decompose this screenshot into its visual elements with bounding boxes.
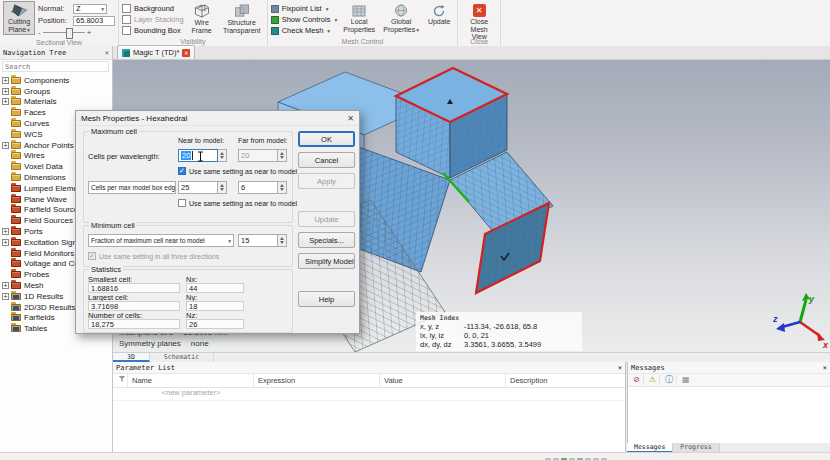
close-icon[interactable]: ✕	[105, 49, 109, 57]
max-cell-mode-select[interactable]: Cells per max model box edge	[88, 181, 176, 194]
warning-filter-icon[interactable]: ⚠	[646, 375, 660, 385]
checkbox-icon[interactable]	[122, 4, 131, 13]
slider-track[interactable]	[43, 32, 85, 33]
spin-up-icon[interactable]	[280, 184, 284, 187]
min-cell-mode-select[interactable]: Fraction of maximum cell near to model	[88, 234, 234, 247]
close-mesh-view-button[interactable]: ✕ Close Mesh View	[461, 1, 497, 35]
dialog-close-icon[interactable]: ✕	[347, 114, 354, 123]
close-icon[interactable]: ✕	[823, 364, 827, 372]
tab-schematic[interactable]: Schematic	[150, 353, 214, 362]
slider-thumb[interactable]	[66, 28, 73, 39]
error-filter-icon[interactable]: ⊘	[630, 375, 644, 385]
document-tab[interactable]: Magic T (TD)* ✕	[117, 45, 195, 59]
folder-icon	[11, 314, 21, 321]
grid-view-icon[interactable]: ▦	[679, 375, 693, 385]
spinner[interactable]	[218, 181, 227, 194]
expand-icon[interactable]: +	[2, 98, 9, 105]
cancel-button[interactable]: Cancel	[298, 152, 355, 168]
ibeam-cursor-icon	[197, 151, 204, 162]
checkbox-icon[interactable]	[122, 26, 131, 35]
fixpoint-list-button[interactable]: Fixpoint List	[271, 4, 338, 13]
input-text: 25	[181, 183, 189, 192]
expand-icon[interactable]: +	[2, 293, 9, 300]
folder-icon	[11, 152, 21, 159]
tree-item-label: Components	[24, 76, 69, 85]
spin-down-icon[interactable]	[280, 241, 284, 244]
tree-item-components[interactable]: +Components	[0, 75, 112, 86]
dropdown-arrow-icon	[415, 26, 419, 33]
expand-icon[interactable]: +	[2, 142, 9, 149]
spin-down-icon[interactable]	[220, 188, 224, 191]
specials-button[interactable]: Specials...	[298, 232, 355, 248]
view-tab-bar: 3D Schematic	[113, 352, 830, 362]
spinner[interactable]	[278, 181, 287, 194]
expand-icon[interactable]: +	[2, 77, 9, 84]
tree-item-label: 1D Results	[24, 292, 63, 301]
new-parameter-placeholder[interactable]: <new parameter>	[128, 388, 254, 397]
box-edge-near-input[interactable]: 25	[178, 181, 218, 194]
column-value[interactable]: Value	[380, 374, 506, 387]
mesh-index-value: 0, 0, 21	[464, 331, 489, 340]
column-name[interactable]: Name	[128, 374, 254, 387]
tree-item-groups[interactable]: +Groups	[0, 86, 112, 97]
global-properties-button[interactable]: Global Properties	[381, 1, 421, 35]
spin-down-icon[interactable]	[220, 156, 224, 159]
mesh-index-label: x, y, z	[420, 322, 464, 331]
expand-icon[interactable]: +	[2, 228, 9, 235]
filter-icon[interactable]	[113, 374, 128, 387]
position-input[interactable]: 65.8003	[73, 16, 115, 26]
slider-minus[interactable]: -	[38, 28, 41, 37]
expand-icon[interactable]: +	[2, 239, 9, 246]
structure-transparent-button[interactable]: Structure Transparent	[220, 1, 264, 35]
spinner[interactable]	[278, 149, 287, 162]
spin-up-icon[interactable]	[280, 152, 284, 155]
expand-icon[interactable]: +	[2, 88, 9, 95]
dialog-button-column: OKCancelApplyUpdateSpecials...Simplify M…	[298, 131, 355, 307]
ribbon-toolbar: Cutting Plane Normal: Z Position: 65.800…	[0, 0, 830, 47]
check-mesh-label: Check Mesh	[282, 26, 324, 35]
spinner[interactable]	[278, 234, 287, 247]
help-button[interactable]: Help	[298, 291, 355, 307]
ok-button[interactable]: OK	[298, 131, 355, 147]
wire-frame-button[interactable]: Wire Frame	[187, 1, 217, 35]
min-cell-fraction-input[interactable]: 15	[238, 234, 278, 247]
search-input[interactable]	[2, 61, 109, 72]
use-same-setting-checkbox-1[interactable]	[178, 167, 186, 175]
group-label-mesh-control: Mesh Control	[271, 37, 455, 46]
slider-plus[interactable]: +	[87, 28, 92, 37]
folder-icon	[11, 77, 21, 84]
spin-down-icon[interactable]	[280, 188, 284, 191]
box-edge-far-input[interactable]: 6	[238, 181, 278, 194]
normal-select[interactable]: Z	[73, 4, 107, 14]
check-mesh-button[interactable]: Check Mesh	[271, 26, 338, 35]
local-properties-icon	[352, 4, 366, 17]
tab-3d[interactable]: 3D	[113, 353, 150, 362]
background-checkbox[interactable]: Background	[122, 4, 184, 13]
simplify-model-button[interactable]: Simplify Model...	[298, 253, 355, 269]
tab-close-icon[interactable]: ✕	[182, 49, 190, 57]
position-slider[interactable]: - +	[38, 27, 115, 38]
tree-item-label: Groups	[24, 87, 50, 96]
close-icon[interactable]: ✕	[618, 364, 622, 372]
info-filter-icon[interactable]: ⓘ	[662, 375, 677, 385]
symmetry-planes-value: none	[191, 339, 209, 348]
spin-up-icon[interactable]	[220, 152, 224, 155]
expand-icon[interactable]: +	[2, 282, 9, 289]
spin-up-icon[interactable]	[280, 237, 284, 240]
column-description[interactable]: Description	[506, 374, 625, 387]
folder-icon	[11, 109, 21, 116]
cutting-plane-button[interactable]: Cutting Plane	[3, 1, 35, 35]
spin-down-icon[interactable]	[280, 156, 284, 159]
local-properties-button[interactable]: Local Properties	[340, 1, 378, 35]
spin-up-icon[interactable]	[220, 184, 224, 187]
tree-item-materials[interactable]: +Materials	[0, 97, 112, 108]
column-expression[interactable]: Expression	[254, 374, 380, 387]
cells-per-wavelength-near-input[interactable]: 20	[178, 149, 218, 162]
show-controls-button[interactable]: Show Controls	[271, 15, 338, 24]
bounding-box-checkbox[interactable]: Bounding Box	[122, 26, 184, 35]
update-button[interactable]: Update	[424, 1, 454, 35]
use-same-setting-checkbox-2[interactable]	[178, 199, 186, 207]
spinner[interactable]	[218, 149, 227, 162]
global-properties-label: Global Properties	[383, 18, 415, 33]
new-parameter-row[interactable]: <new parameter>	[113, 388, 625, 401]
